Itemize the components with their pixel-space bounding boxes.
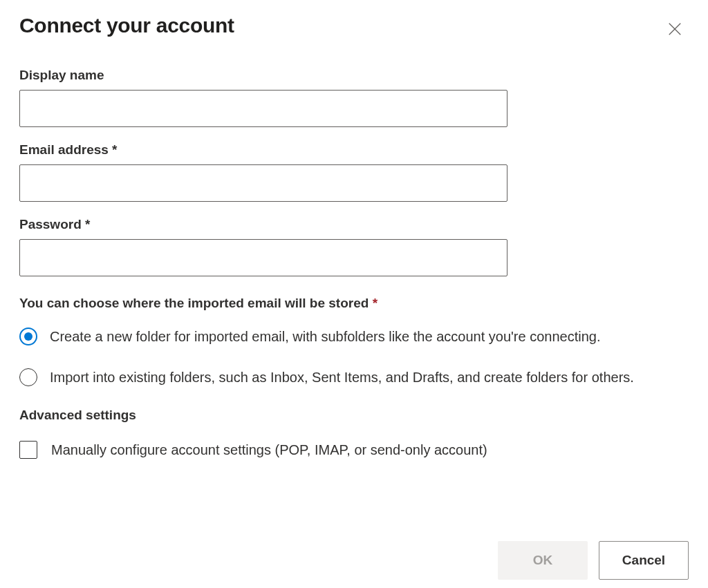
storage-section-text: You can choose where the imported email … [19,296,373,310]
email-field-group: Email address * [19,142,689,202]
display-name-label: Display name [19,68,689,83]
dialog-title: Connect your account [19,14,234,37]
radio-new-folder[interactable]: Create a new folder for imported email, … [19,326,689,348]
display-name-input[interactable] [19,90,507,127]
required-asterisk: * [373,296,378,310]
close-button[interactable] [664,18,686,40]
radio-new-folder-label: Create a new folder for imported email, … [50,326,600,348]
radio-selected-icon [19,328,37,345]
radio-unselected-icon [19,368,37,386]
display-name-field-group: Display name [19,68,689,127]
radio-existing-folders[interactable]: Import into existing folders, such as In… [19,367,689,388]
advanced-settings-title: Advanced settings [19,408,689,423]
email-input[interactable] [19,164,507,202]
password-input[interactable] [19,239,507,276]
password-label: Password * [19,217,689,232]
ok-button[interactable]: OK [498,541,588,580]
radio-existing-label: Import into existing folders, such as In… [50,367,634,388]
manual-configure-label: Manually configure account settings (POP… [51,442,487,458]
storage-section-label: You can choose where the imported email … [19,296,689,311]
storage-radio-group: Create a new folder for imported email, … [19,326,689,388]
password-field-group: Password * [19,217,689,276]
cancel-button[interactable]: Cancel [599,541,689,580]
connect-account-dialog: Connect your account Display name Email … [0,0,708,588]
checkbox-unchecked-icon [19,441,37,459]
manual-configure-checkbox[interactable]: Manually configure account settings (POP… [19,441,689,459]
close-icon [667,21,682,37]
dialog-header: Connect your account [19,14,689,40]
email-label: Email address * [19,142,689,158]
dialog-button-row: OK Cancel [498,541,689,580]
